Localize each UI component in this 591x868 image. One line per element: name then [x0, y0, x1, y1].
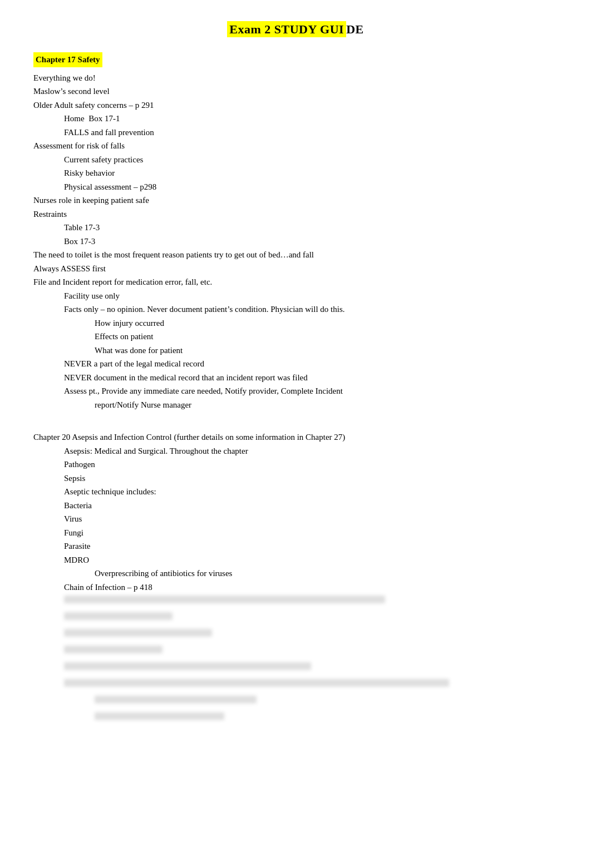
item-what-done: What was done for patient	[95, 344, 558, 357]
item-chain-infection: Chain of Infection – p 418	[64, 581, 558, 594]
title-highlight: Exam 2 STUDY GUI	[227, 21, 346, 37]
item-incident-report: File and Incident report for medication …	[33, 276, 558, 289]
item-fungi: Fungi	[64, 527, 558, 539]
item-sepsis: Sepsis	[64, 472, 558, 485]
item-never-legal: NEVER a part of the legal medical record	[64, 358, 558, 370]
item-home-box: Home Box 17-1	[64, 112, 558, 125]
item-overprescribing: Overprescribing of antibiotics for virus…	[95, 567, 558, 580]
item-assess-first: Always ASSESS first	[33, 262, 558, 275]
chapter-20-heading-line: Chapter 20 Asepsis and Infection Control…	[33, 431, 558, 444]
item-how-injury: How injury occurred	[95, 317, 558, 330]
chapter-17-heading-line: Chapter 17 Safety	[33, 52, 558, 71]
item-assess-provide: Assess pt., Provide any immediate care n…	[64, 385, 558, 398]
item-nurses-role: Nurses role in keeping patient safe	[33, 194, 558, 207]
item-report-notify: report/Notify Nurse manager	[95, 399, 558, 411]
item-toilet: The need to toilet is the most frequent …	[33, 249, 558, 261]
item-box-17-3: Box 17-3	[64, 235, 558, 248]
blurred-content	[33, 596, 558, 725]
chapter-20-section: Chapter 20 Asepsis and Infection Control…	[33, 431, 558, 725]
chapter-17-heading: Chapter 17 Safety	[33, 52, 102, 67]
item-maslow: Maslow’s second level	[33, 85, 558, 98]
item-older-adult: Older Adult safety concerns – p 291	[33, 99, 558, 112]
item-aseptic-technique: Aseptic technique includes:	[64, 485, 558, 498]
item-facts-only: Facts only – no opinion. Never document …	[64, 303, 558, 316]
item-mdro: MDRO	[64, 554, 558, 567]
item-parasite: Parasite	[64, 540, 558, 553]
title-end: DE	[346, 22, 364, 36]
item-risky: Risky behavior	[64, 167, 558, 180]
item-current-practices: Current safety practices	[64, 153, 558, 166]
item-falls: FALLS and fall prevention	[64, 126, 558, 139]
item-virus: Virus	[64, 513, 558, 525]
chapter-17-section: Chapter 17 Safety Everything we do! Masl…	[33, 52, 558, 411]
item-never-doc: NEVER document in the medical record tha…	[64, 371, 558, 384]
item-physical: Physical assessment – p298	[64, 181, 558, 194]
item-facility-use: Facility use only	[64, 290, 558, 302]
item-bacteria: Bacteria	[64, 499, 558, 512]
item-assessment: Assessment for risk of falls	[33, 140, 558, 152]
item-effects: Effects on patient	[95, 330, 558, 343]
item-everything: Everything we do!	[33, 72, 558, 85]
page-title: Exam 2 STUDY GUIDE	[33, 22, 558, 37]
item-table-17-3: Table 17-3	[64, 221, 558, 234]
chapter-20-heading: Chapter 20 Asepsis and Infection Control…	[33, 433, 345, 442]
item-restraints: Restraints	[33, 208, 558, 221]
item-pathogen: Pathogen	[64, 458, 558, 471]
item-asepsis: Asepsis: Medical and Surgical. Throughou…	[64, 445, 558, 458]
